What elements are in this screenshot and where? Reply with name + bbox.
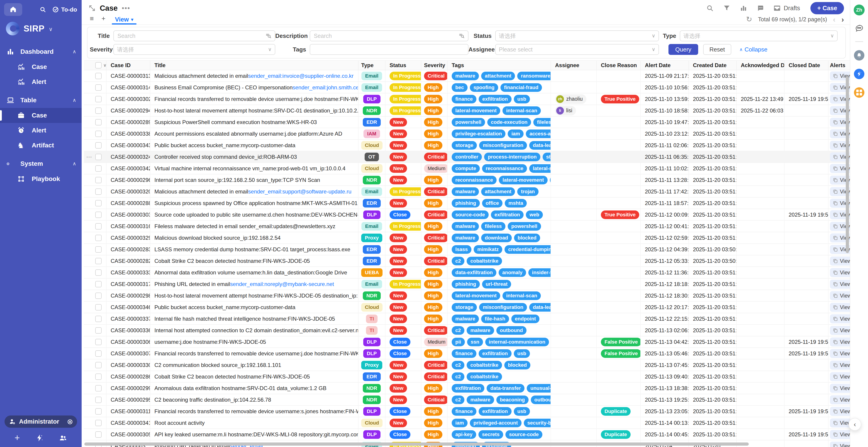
- tag-chip[interactable]: privilege-escalation: [452, 129, 505, 138]
- tag-chip[interactable]: code-execution: [487, 118, 531, 126]
- tag-chip[interactable]: office: [482, 199, 503, 208]
- row-checkbox[interactable]: [95, 258, 101, 264]
- view-alerts-button[interactable]: View: [830, 303, 850, 312]
- view-alerts-button[interactable]: View: [830, 280, 850, 289]
- sidebar-section-system[interactable]: ⚙System∧: [0, 156, 82, 172]
- tag-chip[interactable]: misconfiguration: [479, 303, 527, 311]
- tag-chip[interactable]: financial-fraud: [500, 83, 542, 92]
- view-list-icon[interactable]: ≡: [90, 14, 94, 23]
- close-circle-icon[interactable]: ⊗: [67, 417, 73, 426]
- row-checkbox[interactable]: [95, 188, 101, 195]
- sidebar-search-icon[interactable]: [39, 6, 46, 13]
- tag-chip[interactable]: c2: [452, 361, 464, 369]
- tag-chip[interactable]: internal-communication: [485, 338, 549, 346]
- tag-chip[interactable]: fileless: [481, 222, 505, 231]
- drafts-button[interactable]: Drafts: [773, 4, 800, 12]
- sidebar-item-system-playbook[interactable]: Playbook: [0, 172, 82, 186]
- tag-chip[interactable]: unusual-port: [527, 384, 551, 393]
- view-alerts-button[interactable]: View: [830, 407, 850, 416]
- tag-chip[interactable]: c2: [452, 372, 464, 381]
- sidebar-item-dashboard-alert[interactable]: Alert: [0, 74, 82, 89]
- row-checkbox[interactable]: [95, 235, 101, 241]
- expand-icon[interactable]: [88, 4, 96, 12]
- horizontal-scrollbar[interactable]: [84, 443, 749, 446]
- tag-chip[interactable]: stop-comman: [542, 153, 551, 161]
- tag-chip[interactable]: lsass: [452, 245, 471, 254]
- page-menu-icon[interactable]: •••: [122, 4, 130, 12]
- description-search-field[interactable]: [313, 32, 457, 39]
- case-title-link[interactable]: sender_email:john.smith.ceo@outlook.com: [293, 84, 359, 91]
- row-checkbox[interactable]: [95, 96, 101, 102]
- add-view-icon[interactable]: +: [101, 14, 106, 23]
- tag-chip[interactable]: source-code: [452, 210, 489, 219]
- row-checkbox[interactable]: [95, 142, 101, 149]
- tag-chip[interactable]: storage: [452, 303, 477, 311]
- tag-chip[interactable]: access-anomaly: [526, 129, 551, 138]
- type-select[interactable]: 请选择 ∨: [680, 30, 838, 41]
- tag-chip[interactable]: exfiltration: [452, 384, 484, 393]
- tag-chip[interactable]: phishing: [452, 280, 480, 289]
- tag-chip[interactable]: finance: [452, 349, 476, 358]
- tag-chip[interactable]: malware: [467, 395, 494, 404]
- tag-chip[interactable]: internal-scan: [502, 291, 541, 300]
- tag-chip[interactable]: process-interruption: [484, 153, 540, 161]
- tag-chip[interactable]: lateral-movement: [452, 107, 500, 115]
- tag-chip[interactable]: web: [526, 210, 543, 219]
- tag-chip[interactable]: internal-scan: [502, 107, 541, 115]
- apps-grid-icon[interactable]: [854, 87, 864, 98]
- tag-chip[interactable]: controller: [452, 153, 482, 161]
- tag-chip[interactable]: exfiltration: [479, 407, 511, 416]
- sidebar-item-table-case[interactable]: Case: [0, 108, 82, 123]
- view-alerts-button[interactable]: View: [830, 395, 850, 405]
- user-avatar[interactable]: Zh: [854, 4, 865, 16]
- tag-chip[interactable]: attachment: [481, 72, 515, 80]
- chat-bubble-icon[interactable]: [855, 24, 864, 33]
- tag-chip[interactable]: exfiltration: [479, 349, 511, 358]
- tag-chip[interactable]: reconnaissance: [452, 176, 497, 184]
- select-all-checkbox[interactable]: [95, 62, 101, 68]
- tag-chip[interactable]: attachment: [481, 187, 515, 196]
- row-checkbox[interactable]: [95, 327, 101, 334]
- comment-icon[interactable]: [756, 4, 764, 12]
- tag-chip[interactable]: spoofing: [470, 83, 498, 92]
- workspace-switcher[interactable]: SIRP ∨: [0, 17, 82, 38]
- tag-chip[interactable]: c2: [452, 395, 464, 404]
- tag-chip[interactable]: outbound: [496, 326, 527, 335]
- view-alerts-button[interactable]: View: [830, 442, 850, 447]
- row-checkbox[interactable]: [95, 362, 101, 368]
- tag-chip[interactable]: malware: [452, 222, 479, 231]
- row-checkbox[interactable]: [95, 108, 101, 114]
- refresh-icon[interactable]: ↻: [746, 15, 752, 24]
- view-alerts-button[interactable]: View: [830, 291, 850, 300]
- view-alerts-button[interactable]: View: [830, 268, 850, 277]
- row-checkbox[interactable]: [95, 119, 101, 125]
- collapse-toggle[interactable]: ∧ Collapse: [739, 46, 768, 53]
- tag-chip[interactable]: url-threat: [482, 280, 511, 289]
- tag-chip[interactable]: outbound: [531, 395, 551, 404]
- tag-chip[interactable]: fileless: [533, 118, 551, 126]
- tag-chip[interactable]: malware: [467, 326, 494, 335]
- tag-chip[interactable]: cobaltstrike: [467, 257, 502, 265]
- sidebar-section-table[interactable]: Table∧: [0, 92, 82, 108]
- assignee-select[interactable]: Please select ∨: [495, 44, 659, 55]
- tag-chip[interactable]: data-leak: [529, 141, 551, 150]
- tag-chip[interactable]: usb: [514, 349, 530, 358]
- tag-chip[interactable]: file-hash: [481, 315, 509, 323]
- tag-chip[interactable]: data-leak: [529, 303, 551, 311]
- row-checkbox[interactable]: [95, 177, 101, 183]
- tag-chip[interactable]: lateral-movement: [529, 164, 551, 173]
- view-alerts-button[interactable]: View: [830, 430, 850, 439]
- view-alerts-button[interactable]: View: [830, 349, 850, 358]
- next-page-icon[interactable]: ›: [841, 16, 844, 23]
- view-alerts-button[interactable]: View: [830, 314, 850, 323]
- tags-select[interactable]: [310, 44, 468, 55]
- todo-button[interactable]: To-do: [52, 6, 77, 13]
- tag-chip[interactable]: storage: [452, 141, 477, 150]
- tag-chip[interactable]: lateral-movement: [499, 176, 547, 184]
- row-checkbox[interactable]: [95, 350, 101, 357]
- tag-chip[interactable]: trojan: [517, 187, 538, 196]
- tag-chip[interactable]: reconnaissance: [482, 164, 527, 173]
- ai-assistant-icon[interactable]: [854, 69, 864, 79]
- tag-chip[interactable]: security-best-practic: [524, 419, 551, 427]
- add-icon[interactable]: +: [14, 433, 20, 443]
